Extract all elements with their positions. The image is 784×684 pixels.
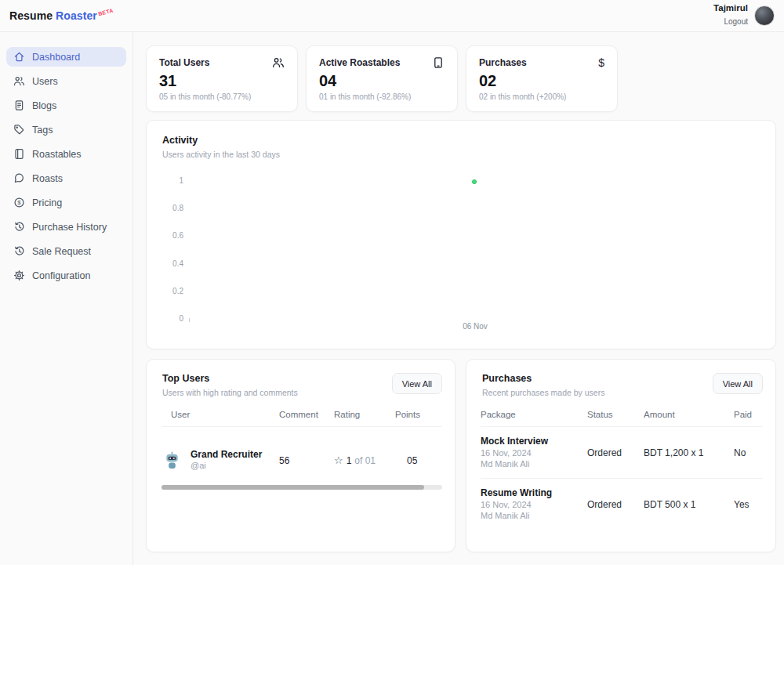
chat-bubble-icon: [13, 172, 25, 184]
stat-card-purchases: Purchases $ 02 02 in this month (+200%): [466, 45, 618, 112]
sidebar-item-pricing[interactable]: $ Pricing: [6, 193, 126, 212]
sidebar-item-label: Tags: [32, 125, 53, 136]
column-header-comment: Comment: [279, 410, 334, 426]
sidebar-item-label: Blogs: [32, 100, 56, 111]
sidebar-item-roasts[interactable]: Roasts: [6, 168, 126, 188]
rating-suffix: of 01: [354, 455, 376, 466]
column-header-amount: Amount: [644, 410, 734, 426]
column-header-rating: Rating: [334, 410, 395, 426]
stat-caption: 01 in this month (-92.86%): [319, 92, 445, 101]
tablet-icon: [432, 56, 445, 69]
scrollbar-thumb[interactable]: [162, 485, 424, 490]
y-axis-tick: 0: [147, 314, 183, 323]
logout-button[interactable]: Logout: [724, 17, 748, 26]
stat-card-total-users: Total Users 31 05 in this month (-80.77%…: [146, 45, 298, 112]
purchase-amount: BDT 500 x 1: [644, 499, 734, 510]
sidebar-item-dashboard[interactable]: Dashboard: [6, 47, 126, 67]
users-icon: [13, 75, 25, 87]
sidebar-item-purchase-history[interactable]: Purchase History: [6, 217, 126, 237]
top-users-view-all-button[interactable]: View All: [392, 373, 442, 394]
sidebar-item-users[interactable]: Users: [6, 71, 126, 91]
table-divider: [162, 426, 442, 427]
stat-caption: 05 in this month (-80.77%): [159, 92, 285, 101]
top-users-subtitle: Users with high rating and comments: [162, 388, 298, 397]
home-icon: [13, 51, 25, 63]
points-value: 05: [395, 455, 442, 466]
logo-primary-text: Resume: [9, 9, 53, 22]
stat-value: 04: [319, 72, 445, 90]
top-users-card: Top Users Users with high rating and com…: [146, 359, 456, 552]
logo[interactable]: Resume Roaster BETA: [9, 9, 113, 22]
sidebar-item-label: Roasts: [32, 173, 63, 184]
stat-value: 31: [159, 72, 285, 90]
purchase-date: 16 Nov, 2024: [481, 447, 587, 458]
purchases-table: Package Status Amount Paid: [466, 410, 775, 426]
column-header-points: Points: [395, 410, 442, 426]
sidebar: Dashboard Users Blogs Tags Roastables: [0, 32, 133, 565]
purchase-status: Ordered: [587, 447, 644, 458]
bottom-row: Top Users Users with high rating and com…: [146, 359, 776, 552]
header-user-area: Tajmirul Logout: [713, 3, 775, 28]
history-clock-icon: [13, 245, 25, 257]
clipped-cell: (: [442, 456, 456, 465]
table-row[interactable]: Resume Writing 16 Nov, 2024 Md Manik Ali…: [481, 479, 763, 530]
chart-data-point[interactable]: [472, 179, 477, 184]
y-axis-tick: 0.4: [147, 259, 183, 268]
stat-value: 02: [479, 72, 604, 90]
x-axis-tick-mark: [189, 318, 190, 322]
stat-card-active-roastables: Active Roastables 04 01 in this month (-…: [306, 45, 458, 112]
star-icon: ☆: [334, 455, 343, 465]
sidebar-item-label: Configuration: [32, 270, 90, 281]
gear-icon: [13, 270, 25, 281]
paid-status: Yes: [734, 499, 763, 510]
purchases-table-header: Package Status Amount Paid: [481, 410, 763, 426]
sidebar-item-roastables[interactable]: Roastables: [6, 144, 126, 164]
purchase-date: 16 Nov, 2024: [481, 499, 587, 510]
dollar-circle-icon: $: [13, 197, 25, 208]
purchases-title: Purchases: [482, 373, 604, 384]
user-name: Tajmirul: [713, 3, 748, 13]
user-avatar[interactable]: [754, 5, 775, 26]
activity-card: Activity Users activity in the last 30 d…: [146, 120, 776, 349]
table-row[interactable]: Grand Recruiter @ai 56 ☆ 1 of 01 05 (: [162, 440, 442, 481]
app-root: Resume Roaster BETA Tajmirul Logout Dash…: [0, 0, 784, 565]
sidebar-item-configuration[interactable]: Configuration: [6, 266, 126, 285]
column-header-status: Status: [587, 410, 644, 426]
main-content: Total Users 31 05 in this month (-80.77%…: [133, 32, 784, 565]
column-header-paid: Paid: [734, 410, 763, 426]
package-name: Mock Interview: [481, 436, 587, 447]
y-axis-tick: 0.2: [147, 287, 183, 295]
buyer-name: Md Manik Ali: [481, 458, 587, 469]
robot-avatar: [163, 451, 181, 469]
users-icon: [272, 56, 285, 69]
stat-title: Purchases: [479, 57, 527, 68]
sidebar-item-tags[interactable]: Tags: [6, 120, 126, 139]
user-meta: Tajmirul Logout: [713, 3, 748, 28]
activity-subtitle: Users activity in the last 30 days: [162, 150, 760, 159]
comment-count: 56: [279, 455, 334, 466]
sidebar-item-label: Dashboard: [32, 52, 80, 63]
sidebar-item-sale-request[interactable]: Sale Request: [6, 241, 126, 261]
notebook-icon: [13, 148, 25, 160]
logo-accent-text: Roaster: [56, 9, 97, 22]
user-display-name: Grand Recruiter: [191, 449, 262, 461]
sidebar-item-label: Purchase History: [32, 222, 107, 233]
beta-badge: BETA: [97, 8, 114, 17]
stat-title: Active Roastables: [319, 57, 400, 68]
table-row[interactable]: Mock Interview 16 Nov, 2024 Md Manik Ali…: [481, 427, 763, 478]
sidebar-item-blogs[interactable]: Blogs: [6, 96, 126, 115]
activity-title: Activity: [162, 135, 760, 146]
rating-value: 1: [347, 455, 352, 466]
tags-icon: [13, 124, 25, 136]
sidebar-item-label: Pricing: [32, 197, 62, 208]
history-clock-icon: [13, 221, 25, 233]
app-header: Resume Roaster BETA Tajmirul Logout: [0, 0, 784, 32]
purchases-view-all-button[interactable]: View All: [713, 373, 763, 394]
sidebar-item-label: Users: [32, 76, 58, 87]
stat-caption: 02 in this month (+200%): [479, 92, 604, 101]
purchase-amount: BDT 1,200 x 1: [644, 447, 734, 458]
column-header-user: User: [162, 410, 279, 426]
y-axis-tick: 0.6: [147, 231, 183, 240]
purchases-subtitle: Recent purchases made by users: [482, 388, 604, 397]
horizontal-scrollbar[interactable]: [162, 485, 442, 490]
